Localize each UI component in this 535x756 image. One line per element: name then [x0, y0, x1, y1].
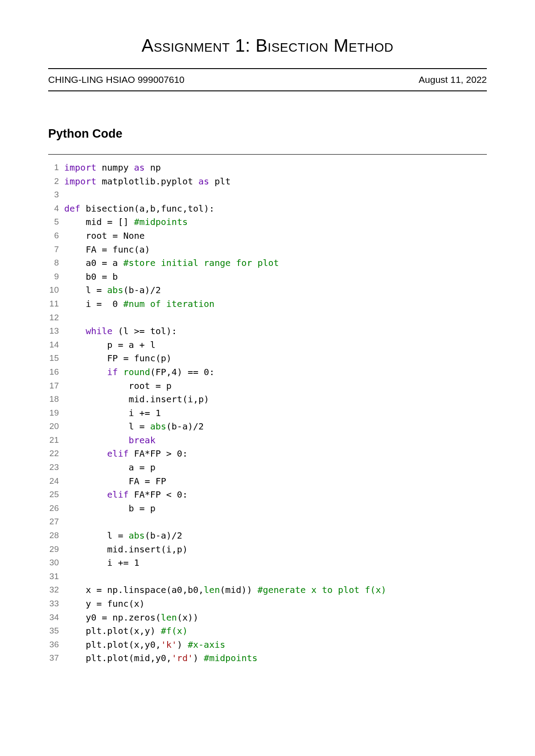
line-number: 16	[48, 365, 64, 379]
code-content: plt.plot(mid,y0,'rd') #midpoints	[64, 651, 487, 665]
line-number: 28	[48, 529, 64, 543]
line-number: 29	[48, 543, 64, 556]
code-content: root = p	[64, 379, 487, 393]
code-content: p = a + l	[64, 338, 487, 352]
code-content: l = abs(b-a)/2	[64, 283, 487, 297]
code-line: 36 plt.plot(x,y0,'k') #x-axis	[48, 638, 487, 652]
code-content: def bisection(a,b,func,tol):	[64, 202, 487, 216]
code-content: mid = [] #midpoints	[64, 215, 487, 229]
code-line: 23 a = p	[48, 461, 487, 474]
code-line: 37 plt.plot(mid,y0,'rd') #midpoints	[48, 651, 487, 665]
code-line: 3	[48, 188, 487, 202]
code-line: 1import numpy as np	[48, 161, 487, 175]
divider-code-top	[48, 154, 487, 155]
code-content: y0 = np.zeros(len(x))	[64, 611, 487, 625]
code-line: 33 y = func(x)	[48, 597, 487, 611]
code-content: y = func(x)	[64, 597, 487, 611]
code-content: plt.plot(x,y0,'k') #x-axis	[64, 638, 487, 652]
code-content: a = p	[64, 461, 487, 474]
code-line: 8 a0 = a #store initial range for plot	[48, 256, 487, 270]
code-content: import numpy as np	[64, 161, 487, 175]
code-line: 15 FP = func(p)	[48, 351, 487, 365]
code-line: 14 p = a + l	[48, 338, 487, 352]
line-number: 13	[48, 324, 64, 338]
code-line: 31	[48, 570, 487, 584]
code-line: 20 l = abs(b-a)/2	[48, 420, 487, 433]
code-content: elif FA*FP > 0:	[64, 447, 487, 461]
line-number: 10	[48, 283, 64, 297]
line-number: 33	[48, 597, 64, 611]
code-line: 28 l = abs(b-a)/2	[48, 529, 487, 543]
code-content	[64, 188, 487, 202]
code-content: import matplotlib.pyplot as plt	[64, 175, 487, 188]
code-line: 34 y0 = np.zeros(len(x))	[48, 611, 487, 625]
code-content: mid.insert(i,p)	[64, 543, 487, 556]
line-number: 32	[48, 583, 64, 597]
line-number: 1	[48, 161, 64, 175]
line-number: 12	[48, 311, 64, 325]
line-number: 21	[48, 433, 64, 447]
code-content: x = np.linspace(a0,b0,len(mid)) #generat…	[64, 583, 487, 597]
code-content: while (l >= tol):	[64, 324, 487, 338]
header-row: CHING-LING HSIAO 999007610 August 11, 20…	[48, 69, 487, 90]
code-line: 13 while (l >= tol):	[48, 324, 487, 338]
code-line: 27	[48, 515, 487, 529]
section-heading: Python Code	[48, 127, 487, 141]
line-number: 14	[48, 338, 64, 352]
code-line: 17 root = p	[48, 379, 487, 393]
code-content: a0 = a #store initial range for plot	[64, 256, 487, 270]
code-content: plt.plot(x,y) #f(x)	[64, 624, 487, 638]
line-number: 15	[48, 351, 64, 365]
line-number: 31	[48, 570, 64, 584]
line-number: 26	[48, 502, 64, 515]
code-line: 11 i = 0 #num of iteration	[48, 297, 487, 311]
code-content: l = abs(b-a)/2	[64, 420, 487, 433]
code-content: i += 1	[64, 406, 487, 420]
line-number: 24	[48, 474, 64, 488]
code-content: b = p	[64, 502, 487, 515]
line-number: 19	[48, 406, 64, 420]
code-line: 35 plt.plot(x,y) #f(x)	[48, 624, 487, 638]
line-number: 35	[48, 624, 64, 638]
divider-below-header	[48, 90, 487, 91]
code-content: FA = FP	[64, 474, 487, 488]
code-content: root = None	[64, 229, 487, 243]
code-line: 6 root = None	[48, 229, 487, 243]
code-content	[64, 570, 487, 584]
line-number: 4	[48, 202, 64, 216]
author-text: CHING-LING HSIAO 999007610	[48, 74, 185, 85]
code-line: 10 l = abs(b-a)/2	[48, 283, 487, 297]
code-block: 1import numpy as np2import matplotlib.py…	[48, 161, 487, 665]
line-number: 37	[48, 651, 64, 665]
code-content: break	[64, 433, 487, 447]
code-line: 7 FA = func(a)	[48, 243, 487, 257]
code-content: i = 0 #num of iteration	[64, 297, 487, 311]
code-line: 9 b0 = b	[48, 270, 487, 284]
code-content: if round(FP,4) == 0:	[64, 365, 487, 379]
code-line: 21 break	[48, 433, 487, 447]
code-line: 18 mid.insert(i,p)	[48, 392, 487, 406]
line-number: 17	[48, 379, 64, 393]
line-number: 9	[48, 270, 64, 284]
code-line: 22 elif FA*FP > 0:	[48, 447, 487, 461]
page-title: Assignment 1: Bisection Method	[48, 36, 487, 56]
line-number: 6	[48, 229, 64, 243]
line-number: 25	[48, 488, 64, 502]
date-text: August 11, 2022	[419, 74, 487, 85]
line-number: 7	[48, 243, 64, 257]
line-number: 18	[48, 392, 64, 406]
line-number: 11	[48, 297, 64, 311]
code-content: b0 = b	[64, 270, 487, 284]
code-line: 2import matplotlib.pyplot as plt	[48, 175, 487, 188]
code-line: 26 b = p	[48, 502, 487, 515]
line-number: 2	[48, 175, 64, 188]
line-number: 30	[48, 556, 64, 570]
code-line: 12	[48, 311, 487, 325]
code-line: 30 i += 1	[48, 556, 487, 570]
line-number: 8	[48, 256, 64, 270]
code-content: FA = func(a)	[64, 243, 487, 257]
line-number: 27	[48, 515, 64, 529]
code-line: 25 elif FA*FP < 0:	[48, 488, 487, 502]
code-line: 4def bisection(a,b,func,tol):	[48, 202, 487, 216]
code-content	[64, 515, 487, 529]
